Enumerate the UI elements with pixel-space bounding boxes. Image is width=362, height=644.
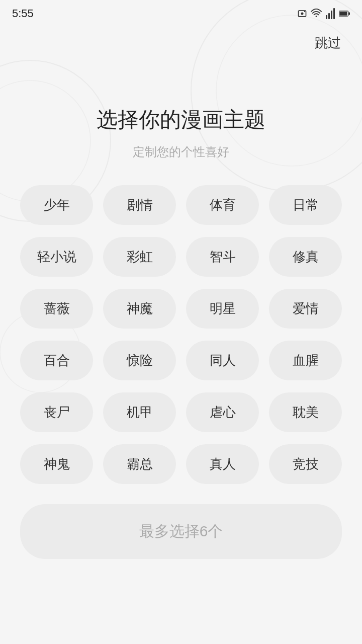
signal-icon — [325, 8, 336, 19]
wifi-icon — [311, 8, 322, 19]
tag-baihe[interactable]: 百合 — [20, 341, 93, 380]
tag-jingji[interactable]: 竞技 — [269, 444, 342, 484]
skip-button[interactable]: 跳过 — [309, 30, 347, 56]
tag-bazong[interactable]: 霸总 — [103, 444, 176, 484]
status-time: 5:55 — [12, 7, 34, 20]
tag-shengui[interactable]: 神鬼 — [20, 444, 93, 484]
status-bar: 5:55 — [0, 0, 362, 25]
tag-xueling[interactable]: 血腥 — [269, 341, 342, 380]
tag-shaonian[interactable]: 少年 — [20, 185, 93, 225]
tag-aiqing[interactable]: 爱情 — [269, 289, 342, 329]
svg-point-6 — [301, 13, 304, 15]
tags-grid: 少年剧情体育日常轻小说彩虹智斗修真蔷薇神魔明星爱情百合惊险同人血腥丧尸机甲虐心耽… — [15, 185, 347, 484]
status-icons — [297, 8, 350, 19]
svg-point-7 — [304, 11, 306, 13]
tag-tongren[interactable]: 同人 — [186, 341, 259, 380]
photo-icon — [297, 8, 308, 19]
tag-caihong[interactable]: 彩虹 — [103, 237, 176, 277]
tag-qingxiaoshuo[interactable]: 轻小说 — [20, 237, 93, 277]
tag-tiyu[interactable]: 体育 — [186, 185, 259, 225]
title-section: 选择你的漫画主题 定制您的个性喜好 — [15, 25, 347, 185]
tag-shifu[interactable]: 丧尸 — [20, 392, 93, 432]
tag-mingxing[interactable]: 明星 — [186, 289, 259, 329]
svg-rect-10 — [328, 13, 330, 19]
battery-icon — [339, 8, 350, 19]
tag-juqing[interactable]: 剧情 — [103, 185, 176, 225]
svg-rect-12 — [333, 8, 335, 19]
svg-rect-11 — [331, 11, 332, 19]
tag-shenmo[interactable]: 神魔 — [103, 289, 176, 329]
tag-xiuzhen[interactable]: 修真 — [269, 237, 342, 277]
main-title: 选择你的漫画主题 — [15, 106, 347, 134]
tag-jijia[interactable]: 机甲 — [103, 392, 176, 432]
bottom-section: 最多选择6个 — [15, 504, 347, 579]
svg-point-8 — [316, 16, 317, 17]
confirm-button[interactable]: 最多选择6个 — [20, 504, 342, 559]
tag-richang[interactable]: 日常 — [269, 185, 342, 225]
svg-rect-15 — [348, 12, 350, 15]
tag-zhidou[interactable]: 智斗 — [186, 237, 259, 277]
subtitle: 定制您的个性喜好 — [15, 144, 347, 160]
main-content: 选择你的漫画主题 定制您的个性喜好 少年剧情体育日常轻小说彩虹智斗修真蔷薇神魔明… — [0, 25, 362, 579]
tag-xuxin[interactable]: 虐心 — [186, 392, 259, 432]
svg-rect-14 — [339, 12, 347, 16]
tag-danmei[interactable]: 耽美 — [269, 392, 342, 432]
tag-meigui[interactable]: 蔷薇 — [20, 289, 93, 329]
svg-rect-9 — [326, 15, 327, 19]
tag-jingxian[interactable]: 惊险 — [103, 341, 176, 380]
tag-zhenren[interactable]: 真人 — [186, 444, 259, 484]
